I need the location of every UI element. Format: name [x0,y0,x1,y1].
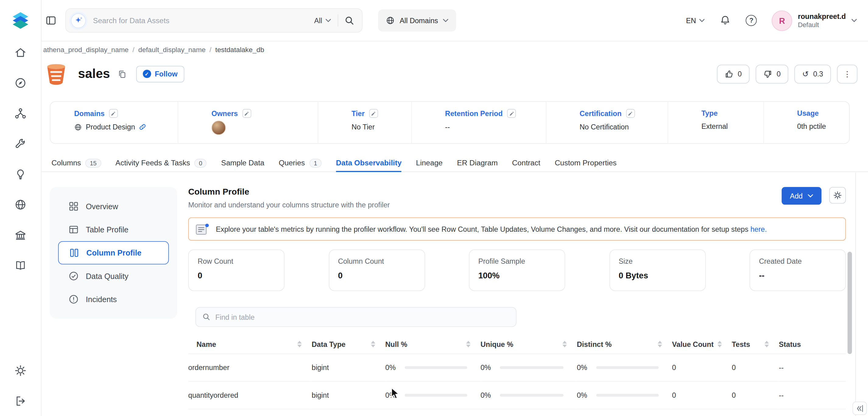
upvote-button[interactable]: 0 [717,65,749,84]
table-header-row: Name Data Type Null % Unique % Distinct … [188,335,846,354]
breadcrumb: athena_prod_display_name / default_displ… [41,41,868,54]
home-icon[interactable] [14,46,27,59]
header-status: Status [779,335,846,354]
cell-tests-link[interactable]: 0 [732,354,779,381]
cell-status: -- [779,381,846,409]
section-title: Column Profile [188,187,390,197]
search-scope-dropdown[interactable]: All [314,17,331,25]
find-in-table[interactable] [195,307,517,327]
grid-icon [68,201,79,211]
meta-domains: Domains Product Design [50,102,178,143]
stat-profile-sample: Profile Sample 100% [469,249,565,291]
version-history-button[interactable]: ↺ 0.3 [795,65,831,84]
govern-bank-icon[interactable] [14,229,27,241]
header-value-count[interactable]: Value Count [672,335,732,354]
sort-icon[interactable] [765,341,769,348]
more-vertical-icon: ⋮ [843,70,851,78]
tab-sample-data[interactable]: Sample Data [221,154,265,171]
nav-item-data-quality[interactable]: Data Quality [50,264,177,287]
tab-data-observability[interactable]: Data Observability [336,154,401,171]
wrench-icon[interactable] [14,138,27,150]
network-graph-icon[interactable] [14,107,27,119]
cell-status: -- [779,354,846,381]
sort-icon[interactable] [562,341,567,348]
docs-link[interactable]: here. [750,225,767,233]
sort-icon[interactable] [371,341,375,348]
all-domains-dropdown[interactable]: All Domains [378,9,456,32]
explore-compass-icon[interactable] [14,77,27,89]
global-search-bar[interactable]: All [65,8,363,33]
nav-item-incidents[interactable]: Incidents [50,288,177,311]
tab-lineage[interactable]: Lineage [416,154,442,171]
sort-icon[interactable] [717,341,722,348]
glossary-book-icon[interactable] [14,259,27,271]
search-icon[interactable] [345,16,354,25]
sort-icon[interactable] [466,341,470,348]
domain-link[interactable]: Product Design [86,123,135,131]
tab-columns[interactable]: Columns 15 [52,154,101,171]
edit-retention-icon[interactable] [507,109,516,118]
more-options-button[interactable]: ⋮ [837,65,857,84]
header-tests[interactable]: Tests [732,335,779,354]
notifications-bell-icon[interactable] [720,15,731,26]
follow-button[interactable]: ✓ Follow [136,65,184,82]
check-circle-icon [68,271,79,281]
openmetadata-logo[interactable] [9,9,32,31]
tab-er-diagram[interactable]: ER Diagram [457,154,498,171]
add-button[interactable]: Add [781,187,822,205]
stat-row-count: Row Count 0 [188,249,284,291]
edit-certification-icon[interactable] [626,109,635,118]
search-input[interactable] [93,17,314,25]
topbar: All All Domains [41,0,868,41]
tab-count-badge: 15 [85,158,101,167]
globe-icon [74,123,82,131]
cell-tests-link[interactable]: 0 [732,381,779,409]
copy-icon[interactable] [118,69,126,78]
tab-activity-feeds[interactable]: Activity Feeds & Tasks 0 [116,154,207,171]
header-data-type[interactable]: Data Type [312,335,385,354]
vertical-scrollbar[interactable] [847,252,852,354]
edit-owners-icon[interactable] [242,109,251,118]
ai-sparkle-icon[interactable] [71,13,86,28]
header-distinct-pct[interactable]: Distinct % [577,335,672,354]
edit-tier-icon[interactable] [369,109,378,118]
observability-content: Overview Table Profile Column Profile [41,172,868,409]
insights-bulb-icon[interactable] [14,168,27,180]
nav-item-table-profile[interactable]: Table Profile [50,218,177,241]
nav-item-overview[interactable]: Overview [50,195,177,218]
link-icon[interactable] [139,123,146,131]
header-unique-pct[interactable]: Unique % [480,335,577,354]
help-icon[interactable]: ? [746,15,757,26]
chevron-down-icon [326,19,331,22]
header-name[interactable]: Name [188,335,312,354]
language-dropdown[interactable]: EN [686,17,705,25]
tab-contract[interactable]: Contract [512,154,540,171]
sort-icon[interactable] [657,341,662,348]
user-menu[interactable]: R rounakpreet.d Default [772,10,857,31]
breadcrumb-database[interactable]: testdatalake_db [215,46,264,54]
profiler-settings-icon[interactable] [829,187,846,203]
tab-count-badge: 0 [195,158,207,167]
find-in-table-input[interactable] [215,313,509,321]
downvote-button[interactable]: 0 [755,65,788,84]
column-name-link[interactable]: quantityordered [188,381,312,409]
breadcrumb-database-service[interactable]: default_display_name [138,46,206,54]
breadcrumb-service[interactable]: athena_prod_display_name [43,46,128,54]
tab-count-badge: 1 [309,158,321,167]
user-team: Default [798,21,846,29]
sort-icon[interactable] [297,341,302,348]
edit-domains-icon[interactable] [109,109,118,118]
column-name-link[interactable]: ordernumber [188,354,312,381]
tab-queries[interactable]: Queries 1 [279,154,321,171]
header-null-pct[interactable]: Null % [385,335,480,354]
domains-globe-icon[interactable] [14,198,27,211]
sidebar-toggle-icon[interactable] [46,15,56,26]
nav-item-column-profile[interactable]: Column Profile [58,241,169,264]
tab-custom-properties[interactable]: Custom Properties [555,154,616,171]
owner-avatar[interactable] [211,121,226,135]
settings-gear-icon[interactable] [14,364,27,377]
chevron-down-icon [808,194,813,198]
expand-panel-icon[interactable] [852,402,867,415]
logout-icon[interactable] [14,395,27,407]
profiler-info-banner: Explore your table's metrics by running … [188,218,846,241]
